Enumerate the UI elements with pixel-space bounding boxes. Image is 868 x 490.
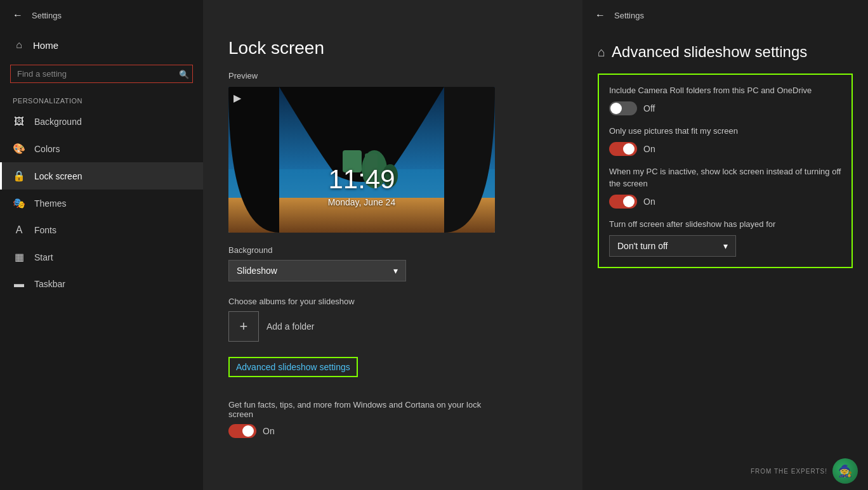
sidebar-item-label-taskbar: Taskbar xyxy=(34,279,65,289)
adv-setting-turn-off-screen: Turn off screen after slideshow has play… xyxy=(609,219,841,257)
adv-label-turn-off-screen: Turn off screen after slideshow has play… xyxy=(609,219,841,230)
adv-dropdown-value-turn-off-screen: Don't turn off xyxy=(617,241,667,251)
adv-label-inactive-lock: When my PC is inactive, show lock screen… xyxy=(609,166,841,189)
sidebar-item-fonts[interactable]: A Fonts xyxy=(0,217,203,243)
taskbar-icon: ▬ xyxy=(13,278,25,290)
preview-video-icon: ▶ xyxy=(233,92,241,104)
sidebar-item-label-lock-screen: Lock screen xyxy=(34,171,82,181)
right-back-button[interactable]: ← xyxy=(593,7,608,23)
sidebar-item-start[interactable]: ▦ Start xyxy=(0,243,203,271)
adv-setting-camera-roll: Include Camera Roll folders from this PC… xyxy=(609,85,841,115)
adv-toggle-row-camera-roll: Off xyxy=(609,101,841,115)
advanced-link-container: Advanced slideshow settings xyxy=(228,357,557,390)
colors-icon: 🎨 xyxy=(13,143,25,155)
background-section: Background Slideshow ▾ xyxy=(228,245,557,281)
preview-date: Monday, June 24 xyxy=(328,197,395,207)
adv-label-fit-screen: Only use pictures that fit my screen xyxy=(609,126,841,137)
sidebar-item-lock-screen[interactable]: 🔒 Lock screen xyxy=(0,162,203,190)
background-dropdown-arrow: ▾ xyxy=(393,266,398,276)
fun-facts-section: Get fun facts, tips, and more from Windo… xyxy=(228,400,557,438)
sidebar-item-label-background: Background xyxy=(34,117,82,127)
right-top-bar: ← Settings xyxy=(582,0,868,30)
themes-icon: 🎭 xyxy=(13,197,25,209)
right-panel-title: ⌂ Advanced slideshow settings xyxy=(598,43,853,61)
search-icon[interactable]: 🔍 xyxy=(179,69,189,79)
watermark-avatar: 🧙 xyxy=(832,458,858,484)
adv-toggle-knob-camera-roll xyxy=(610,103,622,114)
sidebar-nav: 🖼 Background 🎨 Colors 🔒 Lock screen 🎭 Th… xyxy=(0,108,203,297)
sidebar-home-label: Home xyxy=(33,40,58,51)
fun-facts-toggle-label: On xyxy=(263,426,275,436)
preview-time: 11:49 xyxy=(328,164,395,195)
advanced-slideshow-link[interactable]: Advanced slideshow settings xyxy=(228,357,358,377)
background-icon: 🖼 xyxy=(13,116,25,127)
adv-toggle-knob-fit-screen xyxy=(623,143,635,155)
fun-facts-text: Get fun facts, tips, and more from Windo… xyxy=(228,400,495,419)
start-icon: ▦ xyxy=(13,251,25,263)
adv-toggle-label-camera-roll: Off xyxy=(643,103,655,113)
sidebar-item-taskbar[interactable]: ▬ Taskbar xyxy=(0,271,203,297)
right-panel-inner: ⌂ Advanced slideshow settings Include Ca… xyxy=(582,30,868,281)
albums-section: Choose albums for your slideshow + Add a… xyxy=(228,297,557,342)
adv-toggle-fit-screen[interactable] xyxy=(609,142,637,156)
background-selected: Slideshow xyxy=(237,266,277,276)
sidebar-item-label-start: Start xyxy=(34,252,53,262)
search-box: 🔍 xyxy=(10,65,193,83)
adv-dropdown-turn-off-screen[interactable]: Don't turn off ▾ xyxy=(609,235,736,257)
albums-label: Choose albums for your slideshow xyxy=(228,297,557,306)
fun-facts-toggle-knob xyxy=(242,425,254,437)
advanced-settings-panel: Include Camera Roll folders from this PC… xyxy=(598,74,853,268)
adv-dropdown-arrow-turn-off-screen: ▾ xyxy=(723,241,728,251)
background-label: Background xyxy=(228,245,557,255)
sidebar-item-label-colors: Colors xyxy=(34,144,60,154)
add-folder-button[interactable]: + Add a folder xyxy=(228,311,557,342)
fonts-icon: A xyxy=(13,224,25,236)
right-panel-title-text: Advanced slideshow settings xyxy=(612,43,807,61)
left-top-bar: ← Settings xyxy=(0,0,203,30)
right-title-home-icon: ⌂ xyxy=(598,45,605,60)
fun-facts-toggle[interactable] xyxy=(228,424,256,438)
background-dropdown[interactable]: Slideshow ▾ xyxy=(228,260,406,281)
adv-toggle-label-fit-screen: On xyxy=(643,144,655,154)
page-title: Lock screen xyxy=(228,38,557,58)
preview-box: ▶ 11:49 Monday, June 24 xyxy=(228,87,495,233)
sidebar-item-themes[interactable]: 🎭 Themes xyxy=(0,190,203,217)
preview-label: Preview xyxy=(228,71,557,81)
right-panel: ⌂ Advanced slideshow settings Include Ca… xyxy=(582,0,868,490)
adv-toggle-label-inactive-lock: On xyxy=(643,197,655,207)
watermark-text: FROM THE EXPERTS! xyxy=(751,468,827,475)
sidebar-section-title: Personalization xyxy=(0,91,203,108)
adv-toggle-inactive-lock[interactable] xyxy=(609,195,637,209)
fun-facts-toggle-row: On xyxy=(228,424,557,438)
sidebar-item-background[interactable]: 🖼 Background xyxy=(0,108,203,135)
adv-setting-inactive-lock: When my PC is inactive, show lock screen… xyxy=(609,166,841,208)
sidebar-item-colors[interactable]: 🎨 Colors xyxy=(0,135,203,162)
left-back-button[interactable]: ← xyxy=(10,7,25,23)
right-settings-title: Settings xyxy=(614,11,644,20)
sidebar-item-label-fonts: Fonts xyxy=(34,225,56,235)
adv-label-camera-roll: Include Camera Roll folders from this PC… xyxy=(609,85,841,96)
add-folder-plus-icon: + xyxy=(228,311,259,342)
left-settings-title: Settings xyxy=(32,11,62,20)
home-icon: ⌂ xyxy=(13,39,25,51)
sidebar-item-home[interactable]: ⌂ Home xyxy=(0,30,203,60)
adv-toggle-knob-inactive-lock xyxy=(623,196,635,207)
main-content: Lock screen Preview xyxy=(203,0,582,490)
adv-setting-fit-screen: Only use pictures that fit my screen On xyxy=(609,126,841,156)
sidebar: ⌂ Home 🔍 Personalization 🖼 Background 🎨 … xyxy=(0,0,203,490)
adv-toggle-camera-roll[interactable] xyxy=(609,101,637,115)
adv-toggle-row-inactive-lock: On xyxy=(609,195,841,209)
add-folder-label: Add a folder xyxy=(266,321,315,332)
sidebar-item-label-themes: Themes xyxy=(34,198,67,209)
adv-toggle-row-fit-screen: On xyxy=(609,142,841,156)
search-input[interactable] xyxy=(10,65,193,83)
lock-screen-icon: 🔒 xyxy=(13,170,25,182)
watermark: FROM THE EXPERTS! 🧙 xyxy=(751,458,858,484)
